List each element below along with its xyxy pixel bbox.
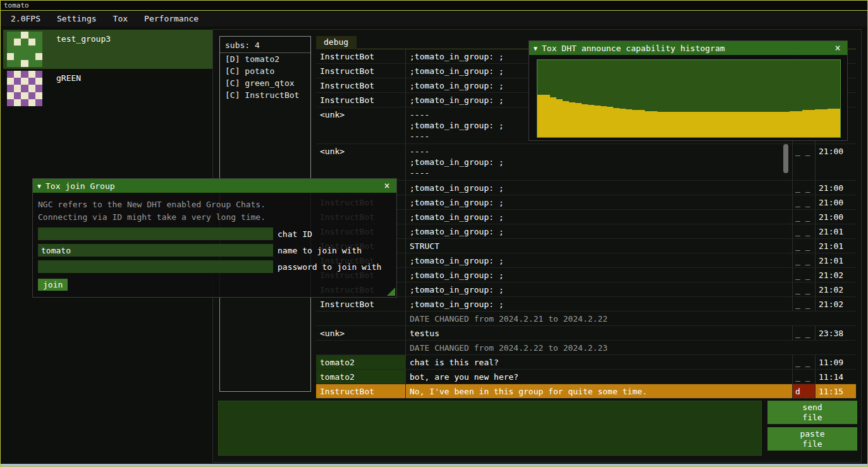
message-time: 21:00	[816, 181, 856, 195]
message-row[interactable]: InstructBot;tomato_in_group: ;_ _21:02	[316, 268, 856, 282]
message-row[interactable]: <unk>testus_ _23:38	[316, 326, 856, 341]
group-avatar	[7, 32, 42, 67]
histogram-bar	[783, 112, 790, 137]
histogram-bar	[544, 95, 550, 137]
menu-settings[interactable]: Settings	[49, 11, 105, 27]
message-flags: _ _	[793, 297, 816, 311]
message-row[interactable]: InstructBotNo, I've been in this group f…	[316, 384, 856, 399]
histogram-bar	[740, 112, 746, 137]
histogram-bar	[802, 110, 809, 137]
message-text: ;tomato_in_group: ;	[406, 268, 793, 282]
message-time: 21:01	[816, 239, 856, 253]
join-name-input[interactable]	[38, 244, 273, 257]
message-time: 21:00	[816, 195, 856, 209]
paste-file-button[interactable]: paste file	[767, 427, 857, 451]
message-row[interactable]: InstructBot;tomato_in_group: ;_ _21:01	[316, 224, 856, 239]
message-author: <unk>	[316, 326, 406, 340]
collapse-icon[interactable]: ▼	[37, 183, 41, 190]
message-row[interactable]: <unk>----;tomato_in_group: ;----_ _21:00	[316, 144, 856, 181]
histogram-bar	[796, 111, 802, 137]
message-flags: d	[793, 384, 816, 398]
histogram-bar	[594, 106, 601, 137]
join-button[interactable]: join	[38, 279, 68, 291]
date-changed-text: DATE CHANGED from 2024.2.21 to 2024.2.22	[406, 312, 856, 325]
group-item-test_group3[interactable]: test_group3	[3, 30, 219, 69]
member-item[interactable]: [C] green_qtox	[220, 77, 310, 89]
message-time: 11:14	[816, 370, 856, 384]
message-text: STRUCT	[406, 239, 793, 253]
message-text: ;tomato_in_group: ;	[406, 224, 793, 238]
histogram-bar	[745, 112, 752, 137]
dht-histogram-titlebar[interactable]: ▼ Tox DHT announce capability histogram …	[529, 41, 847, 55]
message-row[interactable]: InstructBot;tomato_in_group: ;_ _21:00	[316, 195, 856, 210]
message-time: 21:00	[816, 144, 856, 180]
message-time: 21:01	[816, 224, 856, 238]
groups-sidebar: test_group3gREEN	[3, 30, 219, 108]
histogram-bar	[588, 105, 594, 137]
join-group-body: NGC refers to the New DHT enabled Group …	[33, 193, 396, 291]
message-text: ;tomato_in_group: ;	[406, 195, 793, 209]
message-input[interactable]	[218, 401, 762, 456]
message-row[interactable]: InstructBotSTRUCT_ _21:01	[316, 239, 856, 253]
send-file-button[interactable]: send file	[767, 401, 857, 424]
histogram-bar	[626, 109, 632, 137]
message-row[interactable]: InstructBot;tomato_in_group: ;_ _21:02	[316, 297, 856, 312]
member-item[interactable]: [D] tomato2	[220, 53, 310, 65]
message-author: tomato2	[316, 355, 406, 369]
histogram-bar	[569, 102, 575, 137]
histogram-bar	[645, 111, 651, 137]
tab-debug[interactable]: debug	[316, 36, 357, 49]
date-changed-row: DATE CHANGED from 2024.2.21 to 2024.2.22	[316, 312, 856, 326]
message-flags: _ _	[793, 355, 816, 369]
histogram-bar	[695, 112, 702, 137]
member-item[interactable]: [C] potato	[220, 65, 310, 77]
histogram-bar	[777, 112, 783, 137]
message-text: ;tomato_in_group: ;	[406, 253, 793, 267]
message-row[interactable]: InstructBot;tomato_in_group: ;_ _21:00	[316, 210, 856, 224]
histogram-bar	[834, 109, 840, 137]
message-row[interactable]: tomato2chat is this real?_ _11:09	[316, 355, 856, 370]
member-item[interactable]: [C] InstructBot	[220, 89, 310, 101]
group-item-gREEN[interactable]: gREEN	[3, 69, 219, 108]
message-author: InstructBot	[316, 49, 406, 63]
chat-scrollbar[interactable]	[783, 144, 788, 173]
histogram-bar	[821, 109, 828, 137]
message-row[interactable]: InstructBot;tomato_in_group: ;_ _21:02	[316, 282, 856, 297]
message-time: 21:01	[816, 253, 856, 267]
message-time: 21:02	[816, 268, 856, 282]
message-time: 11:15	[816, 384, 856, 398]
resize-grip[interactable]	[387, 288, 395, 296]
close-icon[interactable]: ×	[382, 180, 392, 191]
message-flags: _ _	[793, 370, 816, 384]
histogram-bar	[651, 111, 657, 137]
join-password-input[interactable]	[38, 260, 273, 273]
chat-id-input[interactable]	[38, 227, 273, 240]
message-author: tomato2	[316, 370, 406, 384]
join-help-line1: NGC refers to the New DHT enabled Group …	[38, 198, 391, 211]
histogram-bar	[702, 112, 708, 137]
histogram-bar	[601, 106, 607, 137]
join-group-titlebar[interactable]: ▼ Tox join Group ×	[33, 179, 396, 193]
message-flags: _ _	[793, 210, 816, 224]
message-time: 21:02	[816, 297, 856, 311]
window-bottom-edge	[1, 464, 867, 466]
message-flags: _ _	[793, 268, 816, 282]
close-icon[interactable]: ×	[833, 42, 843, 54]
message-flags: _ _	[793, 282, 816, 296]
join-password-input-label: password to join with	[278, 262, 381, 272]
message-author: InstructBot	[316, 384, 406, 398]
message-time: 23:38	[816, 326, 856, 340]
histogram-bar	[620, 109, 626, 137]
menu-tox[interactable]: Tox	[105, 11, 136, 27]
message-row[interactable]: InstructBot;tomato_in_group: ;_ _21:00	[316, 181, 856, 195]
message-time: 21:00	[816, 210, 856, 224]
menu-performance[interactable]: Performance	[136, 11, 207, 27]
message-flags: _ _	[793, 326, 816, 340]
window-titlebar: tomato	[1, 1, 867, 11]
date-changed-row: DATE CHANGED from 2024.2.22 to 2024.2.23	[316, 341, 856, 355]
dht-histogram-title: Tox DHT announce capability histogram	[542, 44, 725, 53]
message-row[interactable]: InstructBot;tomato_in_group: ;_ _21:01	[316, 253, 856, 268]
message-row[interactable]: tomato2bot, are you new here?_ _11:14	[316, 370, 856, 384]
collapse-icon[interactable]: ▼	[534, 45, 537, 52]
histogram-bar	[613, 108, 620, 137]
